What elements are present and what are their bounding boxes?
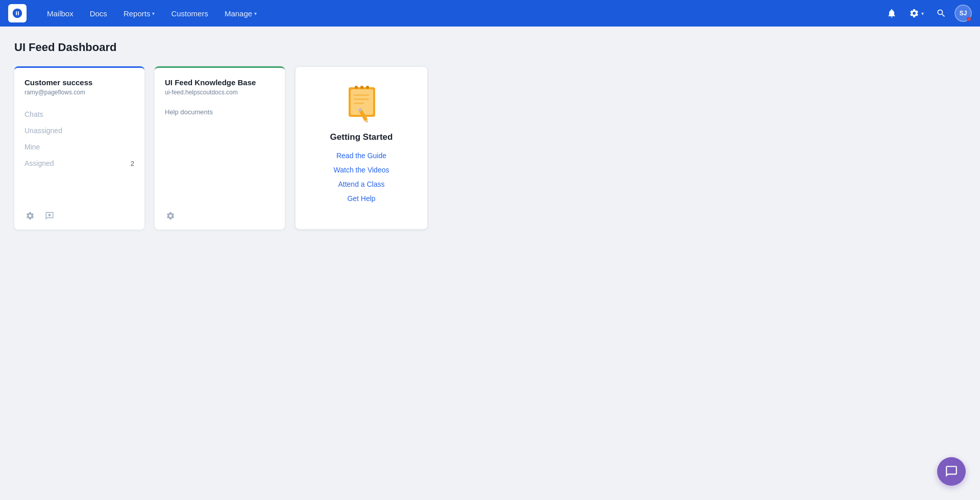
svg-rect-4 bbox=[354, 103, 364, 104]
nav-reports[interactable]: Reports ▾ bbox=[115, 0, 163, 27]
docs-card: UI Feed Knowledge Base ui-feed.helpscout… bbox=[155, 66, 285, 230]
nav-mailbox[interactable]: Mailbox bbox=[39, 0, 82, 27]
mailbox-compose-icon[interactable] bbox=[42, 208, 57, 223]
search-button[interactable] bbox=[932, 4, 950, 22]
mailbox-nav-assigned[interactable]: Assigned 2 bbox=[24, 155, 134, 171]
docs-card-body: Help documents bbox=[155, 102, 285, 202]
mailbox-card-header: Customer success ramy@pageflows.com bbox=[14, 68, 144, 102]
chat-bubble-button[interactable] bbox=[937, 457, 966, 486]
svg-point-6 bbox=[355, 86, 358, 89]
app-logo[interactable] bbox=[8, 4, 27, 22]
getting-started-title: Getting Started bbox=[330, 132, 393, 142]
notifications-button[interactable] bbox=[883, 4, 901, 22]
navbar: Mailbox Docs Reports ▾ Customers Manage … bbox=[0, 0, 980, 27]
cards-row: Customer success ramy@pageflows.com Chat… bbox=[14, 66, 966, 230]
svg-rect-2 bbox=[354, 94, 369, 96]
page-title: UI Feed Dashboard bbox=[14, 41, 966, 54]
svg-point-5 bbox=[360, 86, 363, 89]
mailbox-nav-chats[interactable]: Chats bbox=[24, 106, 134, 122]
getting-started-card: Getting Started Read the Guide Watch the… bbox=[295, 66, 428, 230]
mailbox-nav-unassigned[interactable]: Unassigned bbox=[24, 122, 134, 139]
navbar-right: ▾ SJ bbox=[883, 4, 972, 22]
user-avatar[interactable]: SJ bbox=[954, 5, 972, 22]
nav-customers[interactable]: Customers bbox=[163, 0, 216, 27]
docs-card-subtitle: ui-feed.helpscoutdocs.com bbox=[165, 89, 275, 96]
page-content: UI Feed Dashboard Customer success ramy@… bbox=[0, 27, 980, 244]
help-docs-label: Help documents bbox=[165, 106, 275, 116]
nav-manage[interactable]: Manage ▾ bbox=[216, 0, 265, 27]
getting-started-links: Read the Guide Watch the Videos Attend a… bbox=[308, 152, 415, 203]
mailbox-card-subtitle: ramy@pageflows.com bbox=[24, 89, 134, 96]
mailbox-settings-icon[interactable] bbox=[22, 208, 38, 223]
nav-docs[interactable]: Docs bbox=[82, 0, 115, 27]
svg-point-7 bbox=[366, 86, 369, 89]
manage-chevron-icon: ▾ bbox=[254, 11, 257, 16]
mailbox-card-title: Customer success bbox=[24, 78, 134, 87]
avatar-badge bbox=[967, 17, 971, 21]
assigned-count: 2 bbox=[131, 160, 134, 167]
settings-chevron-icon: ▾ bbox=[921, 11, 924, 16]
gs-link-get-help[interactable]: Get Help bbox=[347, 194, 375, 203]
getting-started-icon bbox=[338, 83, 384, 124]
docs-card-header: UI Feed Knowledge Base ui-feed.helpscout… bbox=[155, 68, 285, 102]
mailbox-card: Customer success ramy@pageflows.com Chat… bbox=[14, 66, 144, 230]
gs-link-watch-videos[interactable]: Watch the Videos bbox=[334, 166, 389, 174]
gs-link-attend-class[interactable]: Attend a Class bbox=[338, 180, 384, 188]
gs-link-read-guide[interactable]: Read the Guide bbox=[336, 152, 386, 160]
mailbox-nav-mine[interactable]: Mine bbox=[24, 139, 134, 155]
settings-button[interactable]: ▾ bbox=[905, 6, 928, 20]
docs-settings-icon[interactable] bbox=[163, 208, 178, 223]
docs-card-title: UI Feed Knowledge Base bbox=[165, 78, 275, 87]
svg-rect-3 bbox=[354, 98, 369, 100]
mailbox-card-body: Chats Unassigned Mine Assigned 2 bbox=[14, 102, 144, 202]
reports-chevron-icon: ▾ bbox=[152, 11, 155, 16]
mailbox-card-footer bbox=[14, 202, 144, 230]
docs-card-footer bbox=[155, 202, 285, 230]
